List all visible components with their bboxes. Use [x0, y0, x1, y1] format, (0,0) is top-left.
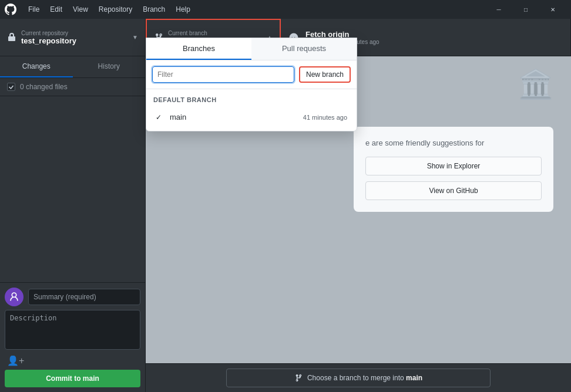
branch-time: 41 minutes ago	[303, 114, 347, 121]
dropdown-tabs: Branches Pull requests	[146, 38, 357, 60]
window-controls: ─ □ ✕	[485, 0, 566, 19]
current-repo-label: Current repository	[21, 30, 76, 36]
default-branch-label: Default branch	[153, 94, 350, 108]
menu-repository[interactable]: Repository	[94, 3, 137, 16]
close-button[interactable]: ✕	[539, 0, 566, 19]
show-in-explorer-button[interactable]: Show in Explorer	[365, 157, 542, 175]
menu-help[interactable]: Help	[171, 3, 195, 16]
title-bar-left: File Edit View Repository Branch Help	[5, 3, 195, 16]
suggestions-card: e are some friendly suggestions for Show…	[354, 127, 553, 212]
lock-icon	[7, 33, 16, 42]
title-bar: File Edit View Repository Branch Help ─ …	[0, 0, 571, 19]
view-on-github-button[interactable]: View on GitHub	[365, 181, 542, 200]
choose-branch-button[interactable]: Choose a branch to merge into main	[226, 369, 491, 387]
tab-changes[interactable]: Changes	[0, 56, 73, 77]
menu-view[interactable]: View	[68, 3, 93, 16]
default-branch-section: Default branch ✓ main 41 minutes ago	[146, 89, 357, 131]
current-repo-section[interactable]: Current repository test_repository ▼	[0, 19, 146, 56]
menu-bar: File Edit View Repository Branch Help	[23, 3, 195, 16]
changed-files-row: 0 changed files	[0, 78, 145, 96]
left-tabs: Changes History	[0, 56, 145, 78]
choose-branch-text: Choose a branch to merge into main	[307, 374, 422, 382]
illustration-icon: 🏛️	[518, 68, 553, 101]
select-all-checkbox[interactable]	[7, 83, 15, 91]
repo-chevron-icon: ▼	[132, 34, 138, 40]
filter-input[interactable]	[152, 66, 294, 83]
dropdown-search-row: New branch	[146, 60, 357, 89]
dropdown-tab-pull-requests[interactable]: Pull requests	[251, 38, 357, 60]
current-branch-label: Current branch	[168, 30, 207, 36]
dropdown-tab-branches[interactable]: Branches	[146, 38, 251, 60]
github-logo-icon	[5, 4, 16, 15]
new-branch-button[interactable]: New branch	[299, 66, 351, 83]
choose-branch-branch-name: main	[406, 374, 422, 382]
description-textarea[interactable]	[5, 310, 140, 350]
maximize-button[interactable]: □	[512, 0, 539, 19]
files-spacer	[0, 96, 145, 282]
choose-branch-label: Choose a branch to merge into	[307, 374, 404, 382]
commit-button[interactable]: Commit to main	[5, 370, 140, 387]
branch-dropdown-panel: Branches Pull requests New branch Defaul…	[146, 38, 357, 131]
left-panel: Changes History 0 changed files	[0, 56, 146, 392]
minimize-button[interactable]: ─	[485, 0, 512, 19]
menu-branch[interactable]: Branch	[138, 3, 170, 16]
current-repo-value: test_repository	[21, 36, 76, 45]
checkbox-check-icon	[8, 84, 14, 90]
person-icon	[9, 292, 19, 302]
suggestions-text: e are some friendly suggestions for	[365, 138, 542, 147]
tab-history[interactable]: History	[73, 56, 146, 77]
commit-area: 👤+ Commit to main	[0, 282, 145, 392]
summary-input[interactable]	[28, 289, 140, 305]
repo-text-group: Current repository test_repository	[21, 30, 76, 45]
branch-merge-icon	[294, 374, 303, 382]
bottom-bar: Choose a branch to merge into main	[146, 363, 571, 392]
commit-row	[5, 288, 140, 306]
menu-edit[interactable]: Edit	[45, 3, 67, 16]
branch-item-main[interactable]: ✓ main 41 minutes ago	[153, 108, 350, 126]
branch-name: main	[170, 113, 303, 121]
branch-check-icon: ✓	[156, 113, 165, 121]
app-body: Current repository test_repository ▼ Cur…	[0, 19, 571, 392]
person-add-icon[interactable]: 👤+	[5, 353, 26, 368]
changed-files-label: 0 changed files	[20, 83, 68, 91]
avatar	[5, 288, 23, 306]
menu-file[interactable]: File	[23, 3, 44, 16]
